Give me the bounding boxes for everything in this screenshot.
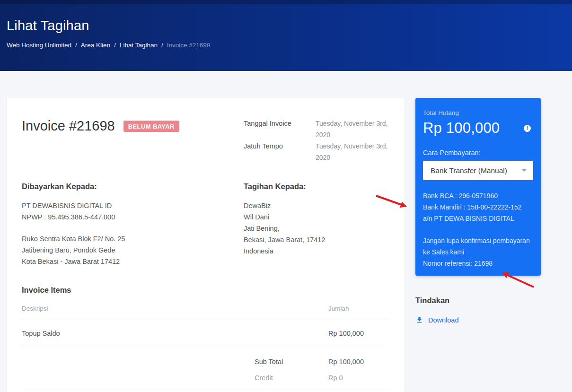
- addresses-section: Dibayarkan Kepada: PT DEWABISNIS DIGITAL…: [22, 182, 389, 267]
- breadcrumb-separator: /: [75, 42, 77, 49]
- bank-transfer-details: Bank BCA : 296-0571960 Bank Mandiri : 15…: [423, 190, 533, 224]
- reference-number: Nomor referensi: 21698: [423, 258, 533, 269]
- download-icon: [415, 316, 423, 324]
- subtotal-label: Sub Total: [255, 357, 328, 366]
- pay-to-address-line: Ruko Sentra Kota Blok F2/ No. 25: [22, 233, 244, 244]
- pay-to-address-line: Kota Bekasi - Jawa Barat 17412: [22, 256, 244, 267]
- invoiced-to-line: DewaBiz: [244, 200, 389, 211]
- subtotal-value: Rp 100,000: [328, 357, 389, 366]
- invoiced-to-heading: Tagihan Kepada:: [244, 182, 389, 191]
- bank-account-name-line: a/n PT DEWA BISNIS DIGITAL: [423, 213, 533, 224]
- divider: [22, 390, 389, 390]
- chevron-down-icon: [522, 169, 527, 172]
- download-label: Download: [428, 316, 459, 324]
- invoice-card-top: Invoice #21698 BELUM BAYAR Tanggal Invoi…: [22, 118, 389, 163]
- pay-to-address-line: Jatibening Baru, Pondok Gede: [22, 244, 244, 256]
- invoice-title: Invoice #21698: [22, 118, 115, 134]
- breadcrumb-link-web-hosting[interactable]: Web Hosting Unlimited: [7, 42, 71, 49]
- invoice-date-label: Tanggal Invoice: [244, 118, 316, 140]
- credit-value: Rp 0: [328, 374, 389, 382]
- totals-section: Sub Total Rp 100,000 Credit Rp 0: [22, 357, 389, 390]
- item-amount: Rp 100,000: [328, 329, 389, 338]
- breadcrumb-link-area-klien[interactable]: Area Klien: [81, 42, 110, 49]
- breadcrumb-link-lihat-tagihan[interactable]: Lihat Tagihan: [120, 42, 158, 49]
- invoiced-to-line: Jati Bening,: [244, 223, 389, 234]
- invoice-card: Invoice #21698 BELUM BAYAR Tanggal Invoi…: [7, 98, 405, 392]
- actions-section: Tindakan Download: [415, 296, 541, 324]
- invoiced-to-line: Indonesia: [244, 245, 389, 257]
- payment-notes: Jangan lupa konfirmasi pembayaran ke Sal…: [423, 235, 533, 269]
- invoice-date-row: Tanggal Invoice Tuesday, November 3rd, 2…: [244, 118, 389, 140]
- invoiced-to-block: Tagihan Kepada: DewaBiz Wil Dani Jati Be…: [244, 182, 389, 267]
- confirmation-note: Jangan lupa konfirmasi pembayaran ke Sal…: [423, 235, 533, 258]
- column-header-amount: Jumlah: [328, 305, 389, 313]
- due-date-label: Jatuh Tempo: [244, 140, 316, 163]
- items-table-header: Deskripsi Jumlah: [22, 305, 389, 320]
- item-description: Topup Saldo: [22, 329, 328, 338]
- download-button[interactable]: Download: [415, 316, 541, 324]
- invoice-items-heading: Invoice Items: [22, 285, 389, 295]
- pay-to-npwp-line: NPWP : 95.495.386.5-447.000: [22, 211, 244, 223]
- breadcrumb-separator: /: [161, 42, 163, 49]
- pay-to-heading: Dibayarkan Kepada:: [22, 182, 244, 191]
- column-header-description: Deskripsi: [22, 305, 328, 313]
- breadcrumb: Web Hosting Unlimited / Area Klien / Lih…: [7, 42, 565, 49]
- spacer: [22, 223, 244, 233]
- credit-label: Credit: [255, 374, 328, 382]
- page-title: Lihat Tagihan: [7, 18, 565, 34]
- total-due-value: Rp 100,000: [423, 120, 500, 137]
- breadcrumb-current-invoice: Invoice #21698: [167, 42, 211, 49]
- invoice-title-block: Invoice #21698 BELUM BAYAR: [22, 118, 244, 163]
- pay-to-org-line: PT DEWABISNIS DIGITAL ID: [22, 200, 244, 211]
- subtotal-row: Sub Total Rp 100,000: [22, 357, 389, 366]
- due-date-value: Tuesday, November 3rd, 2020: [316, 140, 389, 163]
- total-due-row: Rp 100,000 !: [423, 120, 533, 137]
- payment-method-value: Bank Transfer (Manual): [431, 166, 507, 175]
- due-date-row: Jatuh Tempo Tuesday, November 3rd, 2020: [244, 140, 389, 163]
- invoice-dates: Tanggal Invoice Tuesday, November 3rd, 2…: [244, 118, 389, 163]
- payment-summary-card: Total Hutang Rp 100,000 ! Cara Pembayara…: [415, 98, 541, 276]
- payment-method-select[interactable]: Bank Transfer (Manual): [423, 161, 533, 180]
- page-header: Lihat Tagihan Web Hosting Unlimited / Ar…: [0, 0, 572, 71]
- invoiced-to-line: Wil Dani: [244, 211, 389, 223]
- total-due-label: Total Hutang: [423, 109, 533, 117]
- credit-row: Credit Rp 0: [22, 374, 389, 382]
- payment-method-label: Cara Pembayaran:: [423, 149, 533, 157]
- pay-to-block: Dibayarkan Kepada: PT DEWABISNIS DIGITAL…: [22, 182, 244, 267]
- breadcrumb-separator: /: [114, 42, 116, 49]
- bank-bca-line: Bank BCA : 296-0571960: [423, 190, 533, 201]
- actions-heading: Tindakan: [415, 296, 541, 305]
- info-icon[interactable]: !: [524, 125, 531, 132]
- invoice-date-value: Tuesday, November 3rd, 2020: [316, 118, 389, 140]
- invoiced-to-line: Bekasi, Jawa Barat, 17412: [244, 234, 389, 245]
- table-row: Topup Saldo Rp 100,000: [22, 320, 389, 346]
- bank-mandiri-line: Bank Mandiri : 158-00-22222-152: [423, 201, 533, 213]
- status-badge: BELUM BAYAR: [123, 121, 179, 132]
